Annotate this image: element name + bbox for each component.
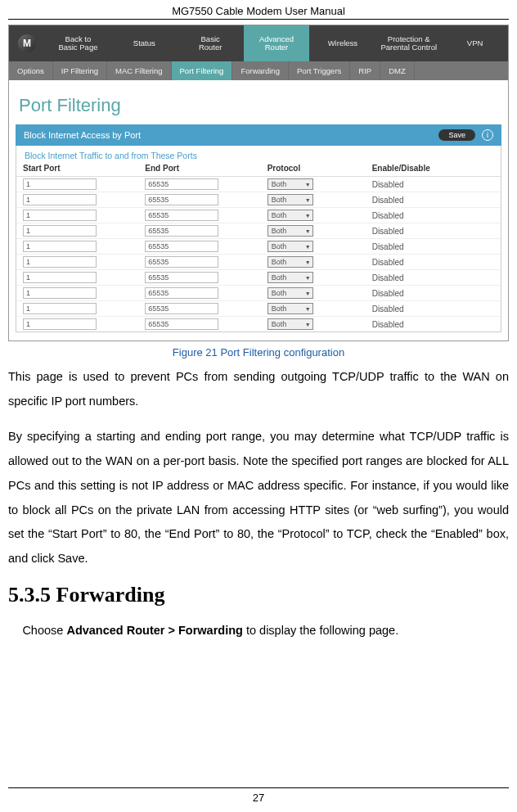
protocol-select[interactable]: Both bbox=[267, 210, 313, 221]
end-port-input[interactable]: 65535 bbox=[145, 287, 218, 299]
nav-label: Basic Page bbox=[58, 43, 97, 52]
end-port-input[interactable]: 65535 bbox=[145, 210, 218, 221]
start-port-input[interactable]: 1 bbox=[23, 287, 97, 299]
forwarding-para: Choose Advanced Router > Forwarding to d… bbox=[8, 619, 509, 643]
tab-port-triggers[interactable]: Port Triggers bbox=[289, 61, 350, 80]
table-row: 165535BothDisabled bbox=[16, 192, 501, 208]
state-label: Disabled bbox=[372, 211, 494, 220]
nav-label: Wireless bbox=[328, 39, 357, 47]
nav-basic-router[interactable]: Basic Router bbox=[178, 25, 244, 61]
state-label: Disabled bbox=[372, 289, 494, 298]
end-port-input[interactable]: 65535 bbox=[145, 272, 218, 283]
nav-label: Router bbox=[199, 43, 223, 52]
protocol-select[interactable]: Both bbox=[267, 303, 313, 314]
end-port-input[interactable]: 65535 bbox=[145, 256, 218, 268]
end-port-input[interactable]: 65535 bbox=[145, 318, 218, 330]
nav-advanced-router[interactable]: Advanced Router bbox=[244, 25, 310, 61]
start-port-input[interactable]: 1 bbox=[23, 178, 97, 190]
state-label: Disabled bbox=[372, 227, 494, 236]
state-label: Disabled bbox=[372, 273, 494, 282]
th-start-port: Start Port bbox=[23, 164, 145, 173]
text: Choose bbox=[22, 624, 66, 637]
port-table: Start Port End Port Protocol Enable/Disa… bbox=[16, 162, 501, 332]
table-row: 165535BothDisabled bbox=[16, 223, 501, 239]
protocol-select[interactable]: Both bbox=[267, 318, 313, 330]
text: to display the following page. bbox=[243, 624, 398, 637]
page-header: MG7550 Cable Modem User Manual bbox=[8, 0, 509, 20]
nav-label: Status bbox=[133, 39, 155, 47]
protocol-select[interactable]: Both bbox=[267, 241, 313, 252]
tab-rip[interactable]: RIP bbox=[350, 61, 380, 80]
section-title: Port Filtering bbox=[9, 80, 508, 124]
section-heading-forwarding: 5.3.5 Forwarding bbox=[8, 583, 509, 607]
start-port-input[interactable]: 1 bbox=[23, 303, 97, 314]
figure-caption: Figure 21 Port Filtering configuration bbox=[8, 346, 509, 359]
start-port-input[interactable]: 1 bbox=[23, 210, 97, 221]
end-port-input[interactable]: 65535 bbox=[145, 194, 218, 205]
description-para-1: This page is used to prevent PCs from se… bbox=[8, 365, 509, 413]
nav-status[interactable]: Status bbox=[111, 25, 178, 61]
tab-options[interactable]: Options bbox=[9, 61, 53, 80]
state-label: Disabled bbox=[372, 242, 494, 251]
th-protocol: Protocol bbox=[267, 164, 372, 173]
nav-label: VPN bbox=[467, 39, 483, 47]
nav-protection[interactable]: Protection & Parental Control bbox=[375, 25, 442, 61]
nav-label: Router bbox=[265, 43, 289, 52]
state-label: Disabled bbox=[372, 196, 494, 205]
start-port-input[interactable]: 1 bbox=[23, 256, 97, 268]
table-row: 165535BothDisabled bbox=[16, 177, 501, 192]
protocol-select[interactable]: Both bbox=[267, 225, 313, 237]
tab-dmz[interactable]: DMZ bbox=[380, 61, 415, 80]
block-bar-label: Block Internet Access by Port bbox=[24, 130, 141, 140]
protocol-select[interactable]: Both bbox=[267, 287, 313, 299]
start-port-input[interactable]: 1 bbox=[23, 225, 97, 237]
tab-ip-filtering[interactable]: IP Filtering bbox=[53, 61, 107, 80]
start-port-input[interactable]: 1 bbox=[23, 241, 97, 252]
page-number: 27 bbox=[8, 787, 509, 804]
logo-icon: M bbox=[18, 34, 36, 52]
th-end-port: End Port bbox=[145, 164, 267, 173]
state-label: Disabled bbox=[372, 258, 494, 267]
start-port-input[interactable]: 1 bbox=[23, 272, 97, 283]
protocol-select[interactable]: Both bbox=[267, 178, 313, 190]
tab-port-filtering[interactable]: Port Filtering bbox=[172, 61, 233, 80]
protocol-select[interactable]: Both bbox=[267, 256, 313, 268]
table-row: 165535BothDisabled bbox=[16, 286, 501, 301]
table-row: 165535BothDisabled bbox=[16, 301, 501, 317]
end-port-input[interactable]: 65535 bbox=[145, 225, 218, 237]
help-icon[interactable]: i bbox=[482, 129, 493, 141]
protocol-select[interactable]: Both bbox=[267, 194, 313, 205]
end-port-input[interactable]: 65535 bbox=[145, 303, 218, 314]
table-row: 165535BothDisabled bbox=[16, 270, 501, 286]
sub-nav: Options IP Filtering MAC Filtering Port … bbox=[9, 61, 508, 80]
table-row: 165535BothDisabled bbox=[16, 255, 501, 270]
table-row: 165535BothDisabled bbox=[16, 239, 501, 255]
breadcrumb-bold: Advanced Router > Forwarding bbox=[66, 624, 243, 637]
save-button[interactable]: Save bbox=[438, 129, 475, 141]
tab-mac-filtering[interactable]: MAC Filtering bbox=[107, 61, 172, 80]
state-label: Disabled bbox=[372, 180, 494, 189]
end-port-input[interactable]: 65535 bbox=[145, 241, 218, 252]
table-row: 165535BothDisabled bbox=[16, 317, 501, 332]
protocol-select[interactable]: Both bbox=[267, 272, 313, 283]
block-access-bar: Block Internet Access by Port Save i bbox=[16, 124, 501, 146]
nav-label: Parental Control bbox=[380, 43, 437, 52]
nav-wireless[interactable]: Wireless bbox=[309, 25, 375, 61]
motorola-logo: M bbox=[9, 25, 45, 61]
state-label: Disabled bbox=[372, 304, 494, 314]
traffic-bar: Block Internet Traffic to and from These… bbox=[16, 146, 501, 162]
port-filtering-screenshot: M Back to Basic Page Status Basic Router… bbox=[8, 25, 509, 341]
description-para-2: By specifying a starting and ending port… bbox=[8, 425, 509, 571]
start-port-input[interactable]: 1 bbox=[23, 318, 97, 330]
tab-forwarding[interactable]: Forwarding bbox=[232, 61, 289, 80]
nav-vpn[interactable]: VPN bbox=[442, 25, 508, 61]
start-port-input[interactable]: 1 bbox=[23, 194, 97, 205]
nav-basic-page[interactable]: Back to Basic Page bbox=[45, 25, 111, 61]
top-nav: M Back to Basic Page Status Basic Router… bbox=[9, 25, 508, 61]
table-row: 165535BothDisabled bbox=[16, 208, 501, 223]
end-port-input[interactable]: 65535 bbox=[145, 178, 218, 190]
th-enable: Enable/Disable bbox=[372, 164, 494, 173]
state-label: Disabled bbox=[372, 320, 494, 329]
